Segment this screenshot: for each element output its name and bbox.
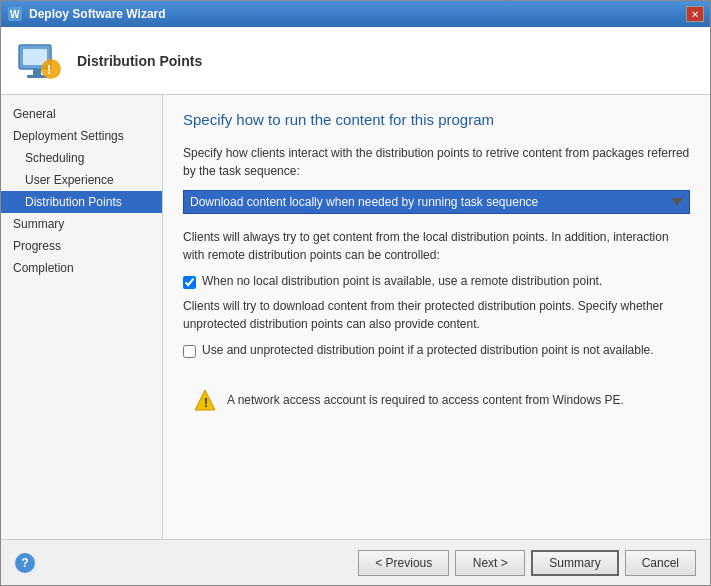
header-title: Distribution Points [77,53,202,69]
checkbox-row-1: When no local distribution point is avai… [183,274,690,289]
next-button[interactable]: Next > [455,550,525,576]
wizard-icon: W [7,6,23,22]
header-bar: ! Distribution Points [1,27,710,95]
sidebar-item-distribution-points[interactable]: Distribution Points [1,191,162,213]
description-1: Specify how clients interact with the di… [183,144,690,180]
checkbox-1-label: When no local distribution point is avai… [202,274,602,288]
svg-text:!: ! [47,63,51,77]
checkbox-row-2: Use and unprotected distribution point i… [183,343,690,358]
cancel-button[interactable]: Cancel [625,550,696,576]
remote-distribution-checkbox[interactable] [183,276,196,289]
svg-point-6 [41,59,61,79]
checkbox-2-label: Use and unprotected distribution point i… [202,343,654,357]
page-title: Specify how to run the content for this … [183,111,690,128]
window-title: Deploy Software Wizard [29,7,166,21]
sidebar-item-scheduling[interactable]: Scheduling [1,147,162,169]
description-2: Clients will always try to get content f… [183,228,690,264]
svg-rect-4 [33,69,41,75]
help-button[interactable]: ? [15,553,35,573]
previous-button[interactable]: < Previous [358,550,449,576]
svg-text:!: ! [204,396,208,410]
footer-buttons: < Previous Next > Summary Cancel [358,550,696,576]
warning-row: ! A network access account is required t… [183,378,690,422]
content-area: Specify how to run the content for this … [163,95,710,539]
summary-button[interactable]: Summary [531,550,618,576]
sidebar-item-completion[interactable]: Completion [1,257,162,279]
deploy-icon: ! [15,37,63,85]
main-content: General Deployment Settings Scheduling U… [1,95,710,539]
warning-icon: ! [193,388,217,412]
footer-left: ? [15,553,35,573]
dropdown-container: Download content locally when needed by … [183,190,690,214]
svg-text:W: W [10,9,20,20]
close-button[interactable]: ✕ [686,6,704,22]
sidebar-item-summary[interactable]: Summary [1,213,162,235]
title-bar-left: W Deploy Software Wizard [7,6,166,22]
warning-text: A network access account is required to … [227,393,624,407]
sidebar-item-deployment-settings[interactable]: Deployment Settings [1,125,162,147]
wizard-window: W Deploy Software Wizard ✕ ! Distributio… [0,0,711,586]
content-option-dropdown[interactable]: Download content locally when needed by … [183,190,690,214]
title-bar: W Deploy Software Wizard ✕ [1,1,710,27]
description-3: Clients will try to download content fro… [183,297,690,333]
sidebar-item-progress[interactable]: Progress [1,235,162,257]
sidebar-item-general[interactable]: General [1,103,162,125]
unprotected-distribution-checkbox[interactable] [183,345,196,358]
sidebar-item-user-experience[interactable]: User Experience [1,169,162,191]
sidebar: General Deployment Settings Scheduling U… [1,95,163,539]
footer: ? < Previous Next > Summary Cancel [1,539,710,585]
